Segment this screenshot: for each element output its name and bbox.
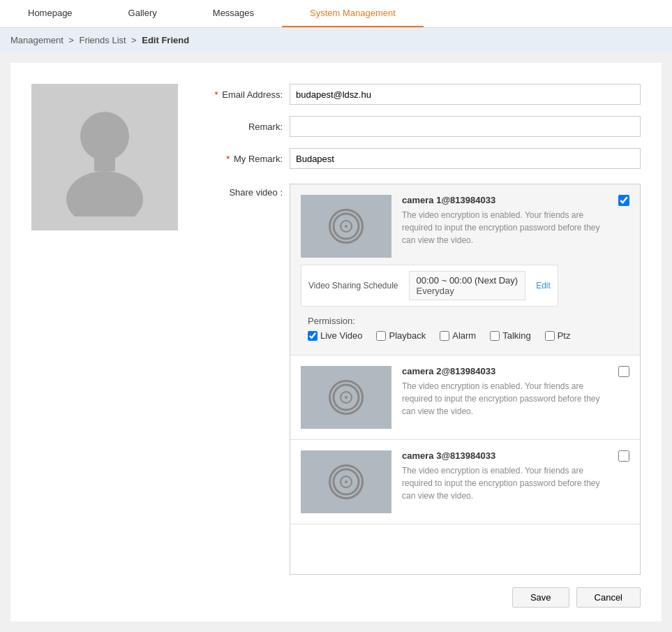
- schedule-label: Video Sharing Schedule: [308, 281, 398, 291]
- camera-1-name: camera 1@813984033: [402, 195, 611, 205]
- email-field[interactable]: [290, 84, 641, 105]
- permission-alarm[interactable]: Alarm: [440, 330, 476, 341]
- svg-point-5: [345, 225, 348, 228]
- my-remark-field[interactable]: [290, 148, 641, 169]
- camera-1-thumbnail: [301, 195, 391, 258]
- schedule-value: 00:00 ~ 00:00 (Next Day) Everyday: [409, 271, 526, 300]
- permission-live-video[interactable]: Live Video: [308, 330, 362, 341]
- avatar-silhouette: [59, 98, 150, 216]
- svg-point-8: [345, 396, 348, 399]
- breadcrumb-sep-2: >: [131, 35, 139, 45]
- top-navigation: Homepage Gallery Messages System Managem…: [0, 0, 672, 28]
- permission-ptz-checkbox[interactable]: [545, 331, 555, 341]
- camera-3-thumbnail: [301, 450, 391, 513]
- permission-options: Live Video Playback Alarm: [308, 330, 570, 341]
- camera-1-desc: The video encryption is enabled. Your fr…: [402, 209, 611, 247]
- my-remark-label: * My Remark:: [199, 154, 290, 164]
- share-video-label: Share video :: [199, 184, 290, 198]
- permission-talking-label: Talking: [502, 330, 530, 341]
- schedule-edit-link[interactable]: Edit: [536, 281, 551, 291]
- camera-3-desc: The video encryption is enabled. Your fr…: [402, 464, 611, 502]
- remark-label: Remark:: [199, 122, 290, 132]
- camera-list[interactable]: camera 1@813984033 The video encryption …: [290, 184, 641, 575]
- permission-live-video-checkbox[interactable]: [308, 331, 318, 341]
- nav-homepage[interactable]: Homepage: [0, 0, 100, 27]
- remark-field[interactable]: [290, 116, 641, 137]
- email-row: * Email Address:: [199, 84, 641, 105]
- camera-1-permission: Permission: Live Video Playback: [301, 312, 577, 344]
- share-video-row: Share video :: [199, 180, 641, 575]
- breadcrumb-friends-list[interactable]: Friends List: [79, 35, 126, 45]
- svg-point-11: [345, 480, 348, 483]
- camera-1-icon: [329, 209, 364, 244]
- email-required-star: *: [215, 89, 218, 100]
- permission-label: Permission:: [308, 316, 570, 326]
- permission-playback-label: Playback: [389, 330, 426, 341]
- schedule-time: 00:00 ~ 00:00 (Next Day): [417, 275, 518, 286]
- bottom-buttons: Save Cancel: [512, 587, 641, 608]
- camera-item-3: camera 3@813984033 The video encryption …: [290, 440, 640, 524]
- breadcrumb: Management > Friends List > Edit Friend: [0, 28, 672, 52]
- breadcrumb-management[interactable]: Management: [10, 35, 64, 45]
- permission-playback-checkbox[interactable]: [376, 331, 386, 341]
- main-content: * Email Address: Remark: * My Remark:: [10, 63, 662, 622]
- breadcrumb-sep-1: >: [68, 35, 76, 45]
- camera-2-thumbnail: [301, 366, 391, 429]
- camera-3-icon: [329, 464, 364, 499]
- nav-system-management[interactable]: System Management: [282, 0, 424, 27]
- schedule-day: Everyday: [417, 286, 518, 296]
- save-button[interactable]: Save: [512, 587, 569, 608]
- camera-1-schedule: Video Sharing Schedule 00:00 ~ 00:00 (Ne…: [301, 265, 558, 307]
- permission-ptz-label: Ptz: [558, 330, 571, 341]
- camera-2-info: camera 2@813984033 The video encryption …: [402, 366, 611, 418]
- remark-row: Remark:: [199, 116, 641, 137]
- camera-2-checkbox[interactable]: [618, 366, 629, 377]
- email-label: * Email Address:: [199, 89, 290, 100]
- camera-3-info: camera 3@813984033 The video encryption …: [402, 450, 611, 502]
- permission-ptz[interactable]: Ptz: [545, 330, 571, 341]
- svg-rect-2: [94, 154, 115, 171]
- breadcrumb-current: Edit Friend: [142, 35, 189, 45]
- camera-2-icon: [329, 380, 364, 415]
- svg-point-0: [80, 112, 129, 161]
- permission-playback[interactable]: Playback: [376, 330, 426, 341]
- permission-alarm-checkbox[interactable]: [440, 331, 449, 341]
- camera-item-1: camera 1@813984033 The video encryption …: [290, 184, 640, 355]
- avatar: [31, 84, 178, 230]
- camera-2-desc: The video encryption is enabled. Your fr…: [402, 380, 611, 418]
- camera-item-2: camera 2@813984033 The video encryption …: [290, 355, 640, 440]
- camera-3-checkbox[interactable]: [618, 450, 629, 462]
- permission-live-video-label: Live Video: [320, 330, 362, 341]
- form-fields: * Email Address: Remark: * My Remark:: [199, 84, 641, 586]
- permission-talking[interactable]: Talking: [490, 330, 530, 341]
- camera-2-name: camera 2@813984033: [402, 366, 611, 376]
- my-remark-row: * My Remark:: [199, 148, 641, 169]
- cancel-button[interactable]: Cancel: [576, 587, 641, 608]
- permission-talking-checkbox[interactable]: [490, 331, 500, 341]
- camera-1-top: camera 1@813984033 The video encryption …: [301, 195, 629, 258]
- permission-alarm-label: Alarm: [452, 330, 476, 341]
- my-remark-required-star: *: [226, 154, 230, 164]
- camera-1-checkbox[interactable]: [618, 195, 629, 206]
- camera-3-name: camera 3@813984033: [402, 450, 611, 461]
- form-area: * Email Address: Remark: * My Remark:: [31, 84, 641, 586]
- svg-point-1: [66, 171, 143, 216]
- nav-messages[interactable]: Messages: [185, 0, 282, 27]
- nav-gallery[interactable]: Gallery: [100, 0, 185, 27]
- camera-1-info: camera 1@813984033 The video encryption …: [402, 195, 611, 247]
